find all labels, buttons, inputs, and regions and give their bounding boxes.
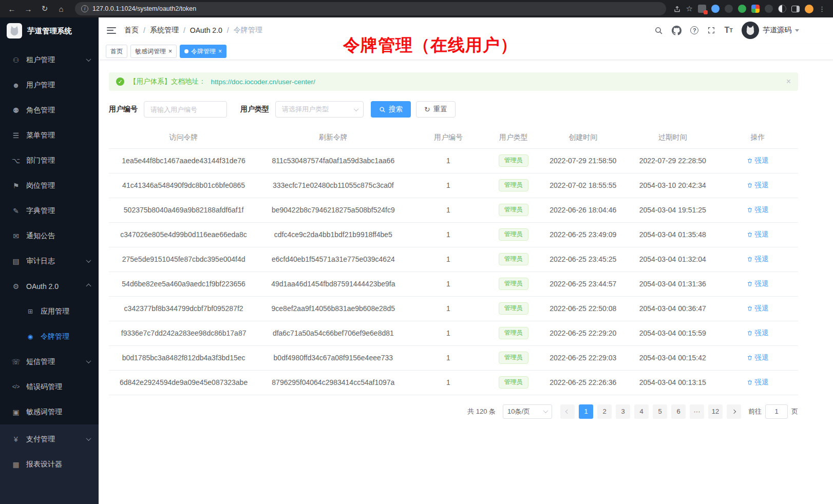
sidebar-item-tenant[interactable]: ⚇ 租户管理 xyxy=(0,47,99,72)
sidebar-item-user[interactable]: ☻ 用户管理 xyxy=(0,72,99,98)
extension-badged-icon[interactable] xyxy=(698,5,706,13)
sidebar-item-oauth2-token[interactable]: ◉ 令牌管理 xyxy=(0,324,99,349)
tab-close-icon[interactable]: × xyxy=(218,48,222,54)
avatar xyxy=(742,22,759,39)
github-icon[interactable] xyxy=(672,26,681,35)
user-type-badge: 管理员 xyxy=(499,302,528,315)
prev-page-button[interactable] xyxy=(560,404,575,419)
force-logout-button[interactable]: 强退 xyxy=(747,255,768,264)
page-content: ✓ 【用户体系】文档地址： https://doc.iocoder.cn/use… xyxy=(99,60,833,504)
force-logout-button[interactable]: 强退 xyxy=(747,156,768,165)
extension-blue-icon[interactable] xyxy=(711,5,720,13)
force-logout-button[interactable]: 强退 xyxy=(747,353,768,362)
reset-button[interactable]: ↻ 重置 xyxy=(416,101,456,118)
next-page-button[interactable] xyxy=(727,404,741,419)
extension-contrast-icon[interactable] xyxy=(778,5,786,13)
force-logout-button[interactable]: 强退 xyxy=(747,230,768,239)
dict-icon: ✎ xyxy=(10,207,22,215)
force-logout-button[interactable]: 强退 xyxy=(747,279,768,288)
page-button-3[interactable]: 3 xyxy=(616,404,630,419)
page-button-4[interactable]: 4 xyxy=(634,404,649,419)
user-type-select[interactable]: 请选择用户类型 xyxy=(275,101,364,118)
table-row: f9336e7c7dd242a283ee98dc86b17a87 dfa6c71… xyxy=(109,321,798,345)
tab-home[interactable]: 首页 xyxy=(106,45,127,58)
sidebar-item-role[interactable]: ⚉ 角色管理 xyxy=(0,98,99,123)
force-logout-button[interactable]: 强退 xyxy=(747,304,768,313)
side-panel-icon[interactable] xyxy=(791,6,800,12)
tenant-icon: ⚇ xyxy=(10,56,22,64)
alert-close-icon[interactable]: × xyxy=(786,77,791,86)
sidebar-item-sms[interactable]: ☏ 短信管理 xyxy=(0,349,99,374)
extension-green-icon[interactable] xyxy=(738,5,746,13)
search-button[interactable]: 搜索 xyxy=(371,101,411,118)
tab-sensitive-word[interactable]: 敏感词管理 × xyxy=(130,45,177,58)
page-size-select[interactable]: 10条/页 xyxy=(503,404,552,419)
help-icon[interactable]: ? xyxy=(690,26,698,34)
back-icon[interactable]: ← xyxy=(5,2,18,15)
cell-created: 2022-06-25 22:26:36 xyxy=(538,370,628,395)
force-logout-button[interactable]: 强退 xyxy=(747,205,768,215)
sidebar-item-dict[interactable]: ✎ 字典管理 xyxy=(0,198,99,223)
user-id-label: 用户编号 xyxy=(109,105,138,114)
collapse-sidebar-icon[interactable] xyxy=(107,27,116,34)
force-logout-button[interactable]: 强退 xyxy=(747,181,768,190)
sidebar-item-notice[interactable]: ✉ 通知公告 xyxy=(0,223,99,248)
user-type-badge: 管理员 xyxy=(499,376,528,389)
sidebar-item-report-designer[interactable]: ▦ 报表设计器 xyxy=(0,452,99,477)
forward-icon[interactable]: → xyxy=(22,2,35,15)
cell-user-id: 1 xyxy=(408,247,488,272)
doc-link[interactable]: https://doc.iocoder.cn/user-center/ xyxy=(211,78,315,86)
sidebar-item-dept[interactable]: ⌥ 部门管理 xyxy=(0,148,99,173)
page-button-12[interactable]: 12 xyxy=(708,404,723,419)
search-icon[interactable] xyxy=(654,26,663,35)
cell-access-token: 6d842e2924594de9a09e45e087323abe xyxy=(109,370,258,395)
url-bar[interactable]: i 127.0.0.1:1024/system/oauth2/token xyxy=(75,2,666,15)
breadcrumb-home[interactable]: 首页 xyxy=(124,26,139,35)
user-id-input[interactable] xyxy=(144,101,227,118)
page-button-1[interactable]: 1 xyxy=(579,404,593,419)
cell-actions: 强退 xyxy=(717,148,798,173)
sidebar-item-audit-log[interactable]: ▤ 审计日志 xyxy=(0,248,99,274)
sidebar-item-oauth2-app[interactable]: ⊞ 应用管理 xyxy=(0,299,99,324)
chevron-up-icon xyxy=(86,284,91,289)
page-button-5[interactable]: 5 xyxy=(653,404,667,419)
cell-actions: 强退 xyxy=(717,321,798,345)
page-ellipsis[interactable]: ··· xyxy=(690,404,704,419)
pagination: 共 120 条 10条/页 1 2 3 4 5 6 ··· 12 xyxy=(109,404,798,419)
site-info-icon[interactable]: i xyxy=(81,5,88,12)
chevron-down-icon xyxy=(354,106,359,111)
extension-dark2-icon[interactable] xyxy=(765,5,773,13)
app-logo[interactable]: 芋道管理系统 xyxy=(0,17,99,44)
sidebar-item-error-code[interactable]: </> 错误码管理 xyxy=(0,374,99,399)
profile-avatar[interactable] xyxy=(805,5,813,13)
goto-page-input[interactable] xyxy=(765,404,788,419)
cell-created: 2022-06-26 18:04:46 xyxy=(538,198,628,222)
reload-icon[interactable]: ↻ xyxy=(38,2,51,15)
bookmark-star-icon[interactable]: ☆ xyxy=(686,4,693,13)
page-button-2[interactable]: 2 xyxy=(597,404,612,419)
sidebar-item-sensitive-word[interactable]: ▣ 敏感词管理 xyxy=(0,399,99,424)
page-button-6[interactable]: 6 xyxy=(671,404,686,419)
sidebar-item-menu[interactable]: ☰ 菜单管理 xyxy=(0,123,99,148)
sidebar-item-oauth2[interactable]: ⚙ OAuth 2.0 xyxy=(0,274,99,299)
alert-text: 【用户体系】文档地址： xyxy=(129,77,206,86)
extension-dark-icon[interactable] xyxy=(725,5,733,13)
font-size-icon[interactable]: TT xyxy=(724,26,733,35)
breadcrumb-oauth2[interactable]: OAuth 2.0 xyxy=(190,26,222,34)
force-logout-button[interactable]: 强退 xyxy=(747,328,768,338)
force-logout-button[interactable]: 强退 xyxy=(747,378,768,387)
fullscreen-icon[interactable] xyxy=(707,26,715,34)
home-icon[interactable]: ⌂ xyxy=(54,2,68,15)
sidebar-item-pay[interactable]: ¥ 支付管理 xyxy=(0,427,99,452)
cell-user-type: 管理员 xyxy=(488,148,538,173)
annotation-text: 令牌管理（在线用户） xyxy=(343,34,518,57)
tab-close-icon[interactable]: × xyxy=(168,48,172,54)
user-menu[interactable]: 芋道源码 xyxy=(742,22,799,39)
tab-oauth2-token[interactable]: 令牌管理 × xyxy=(180,45,226,58)
cell-user-id: 1 xyxy=(408,148,488,173)
share-icon[interactable] xyxy=(673,5,681,13)
extension-colorful-icon[interactable] xyxy=(751,5,760,13)
browser-menu-icon[interactable]: ⋮ xyxy=(819,5,826,13)
breadcrumb-system[interactable]: 系统管理 xyxy=(150,26,179,35)
sidebar-item-post[interactable]: ⚑ 岗位管理 xyxy=(0,173,99,198)
